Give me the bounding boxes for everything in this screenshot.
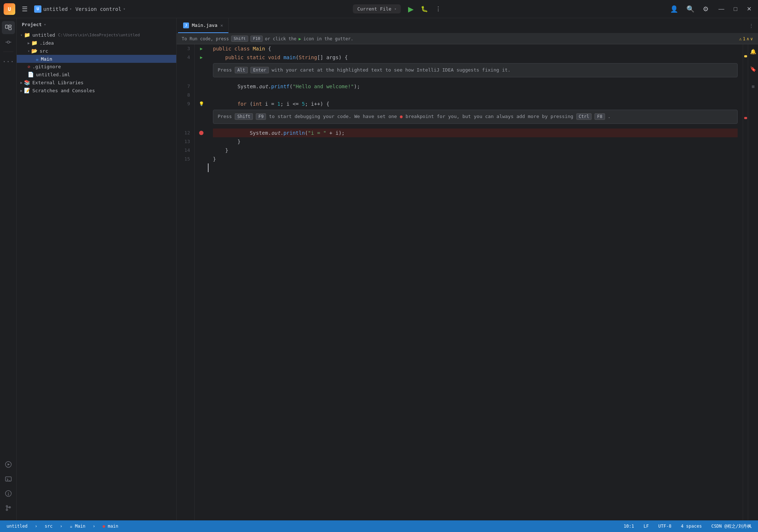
tree-item-iml[interactable]: 📄 untitled.iml: [17, 70, 176, 78]
activity-commits[interactable]: [2, 36, 15, 49]
activity-bottom: [2, 458, 15, 517]
activity-more[interactable]: ···: [2, 55, 15, 68]
status-lf[interactable]: LF: [641, 524, 651, 529]
project-avatar: U: [34, 5, 41, 13]
project-chevron: ▾: [69, 7, 72, 11]
gutter-15: [195, 155, 208, 163]
code-lines[interactable]: public class Main { public static void m…: [208, 44, 743, 520]
vcs-button[interactable]: Version control ▾: [75, 6, 125, 12]
status-watermark-label: CSDN @程之/刘丹枫: [711, 523, 751, 529]
run-config[interactable]: Current File ▾: [353, 4, 401, 13]
sidebar-title-area: Project ▾: [22, 22, 46, 27]
tree-chevron-src: ▾: [28, 49, 30, 53]
project-dropdown[interactable]: U untitled ▾: [34, 5, 72, 13]
main-class-icon: ☕: [70, 524, 72, 529]
activity-run[interactable]: [2, 458, 15, 471]
bookmarks-icon[interactable]: 🔖: [750, 65, 756, 73]
scrollbar-gutter[interactable]: [743, 44, 748, 520]
code-line-13: }: [213, 137, 738, 146]
breakpoint-dot-12[interactable]: [199, 131, 203, 135]
tree-item-scratches[interactable]: ▶ 📝 Scratches and Consoles: [17, 86, 176, 94]
run-config-label: Current File: [357, 6, 391, 12]
bulb-icon-9[interactable]: 💡: [199, 100, 204, 108]
code-line-12: System.out.println("i = " + i);: [213, 129, 738, 137]
hint-arrow-icon: ▶: [299, 36, 301, 41]
sidebar-title: Project: [22, 22, 42, 27]
tab-main-java[interactable]: J Main.java ✕: [178, 18, 229, 33]
close-button[interactable]: ✕: [744, 4, 754, 14]
tree-item-idea[interactable]: ▶ 📁 .idea: [17, 39, 176, 47]
code-line-3: public class Main {: [213, 44, 738, 53]
gutter-4: ▶: [195, 53, 208, 62]
tree-label-idea: .idea: [40, 40, 54, 46]
callout2-f8-key: F8: [594, 113, 605, 120]
tab-label: Main.java: [192, 23, 217, 28]
line-num-8: 8: [181, 91, 190, 100]
tree-chevron-idea: ▶: [28, 41, 30, 45]
status-bar-right: 10:1 LF UTF-8 4 spaces CSDN @程之/刘丹枫: [621, 523, 754, 529]
activity-project[interactable]: [2, 21, 15, 34]
editor-area: J Main.java ✕ ⋮ To Run code, press Shift…: [177, 18, 758, 520]
status-main-method[interactable]: ● main: [100, 524, 120, 529]
activity-problems[interactable]: [2, 487, 15, 500]
hamburger-button[interactable]: ☰: [19, 4, 31, 15]
tab-bar: J Main.java ✕ ⋮: [177, 18, 758, 33]
java-icon-main: ☕: [36, 56, 39, 62]
status-src[interactable]: src: [43, 524, 55, 529]
status-bar-left: untitled › src › ☕ Main › ● main: [4, 524, 120, 529]
notifications-icon[interactable]: 🔔: [750, 47, 756, 56]
code-editor[interactable]: 3 4 7 8 9 12 13 14 15 ▶ ▶: [177, 44, 758, 520]
activity-bar: ···: [0, 18, 17, 520]
hint-suffix-text: icon in the gutter.: [303, 36, 353, 41]
status-src-label: src: [45, 524, 53, 529]
tree-label-libs: External Libraries: [32, 80, 84, 85]
status-project[interactable]: untitled: [4, 524, 30, 529]
window-controls: — □ ✕: [715, 4, 754, 14]
activity-vcs[interactable]: [2, 501, 15, 515]
account-button[interactable]: 👤: [669, 4, 680, 15]
debug-button[interactable]: 🐛: [421, 5, 428, 12]
hint-shift-key: Shift: [231, 36, 248, 42]
callout1-text2: with your caret at the highlighted text …: [271, 67, 510, 73]
minimize-button[interactable]: —: [715, 4, 727, 14]
gutter-12[interactable]: [195, 129, 208, 137]
tab-close-button[interactable]: ✕: [220, 23, 223, 28]
tree-item-main[interactable]: ☕ Main: [17, 55, 176, 63]
tree-item-project[interactable]: ▾ 📁 untitled C:\Users\xin\IdeaProjects\u…: [17, 31, 176, 39]
code-line-4: public static void main(String[] args) {: [213, 53, 738, 62]
folder-icon-idea: 📁: [31, 40, 37, 46]
activity-terminal[interactable]: [2, 472, 15, 486]
tree-item-external-libs[interactable]: ▶ 📚 External Libraries: [17, 78, 176, 86]
tree-item-gitignore[interactable]: ⊘ .gitignore: [17, 63, 176, 70]
svg-point-14: [6, 509, 8, 511]
more-options-button[interactable]: ⋮: [435, 5, 441, 12]
tree-label-iml: untitled.iml: [36, 72, 70, 77]
status-indent[interactable]: 4 spaces: [679, 524, 704, 529]
callout-1-content: Press Alt Enter with your caret at the h…: [213, 63, 738, 77]
code-line-15: }: [213, 155, 738, 163]
code-line-14: }: [213, 146, 738, 155]
status-charset[interactable]: UTF-8: [656, 524, 674, 529]
tab-more-button[interactable]: ⋮: [746, 21, 757, 30]
run-arrow-4[interactable]: ▶: [200, 53, 202, 62]
title-bar-right: 👤 🔍 ⚙ — □ ✕: [669, 4, 754, 15]
svg-rect-1: [9, 25, 11, 27]
status-position[interactable]: 10:1: [621, 524, 636, 529]
activity-separator: [3, 52, 13, 52]
sidebar-chevron: ▾: [44, 23, 46, 27]
search-button[interactable]: 🔍: [685, 4, 696, 15]
run-button[interactable]: ▶: [408, 5, 414, 13]
structure-icon[interactable]: ≡: [751, 82, 754, 91]
line-num-15: 15: [181, 155, 190, 163]
tree-item-src[interactable]: ▾ 📂 src: [17, 47, 176, 55]
run-arrow-3[interactable]: ▶: [200, 44, 202, 53]
hint-bar-right: ⚠ 1 ∧ ∨: [739, 36, 753, 41]
tree-chevron-scratches: ▶: [20, 89, 23, 93]
gutter-area: ▶ ▶ 💡: [195, 44, 208, 520]
settings-button[interactable]: ⚙: [701, 4, 710, 15]
warning-badge[interactable]: ⚠ 1 ∧ ∨: [739, 36, 753, 41]
status-main-class[interactable]: ☕ Main: [68, 524, 88, 529]
main-layout: ···: [0, 18, 758, 520]
maximize-button[interactable]: □: [731, 4, 740, 14]
warning-count: 1: [743, 36, 745, 41]
